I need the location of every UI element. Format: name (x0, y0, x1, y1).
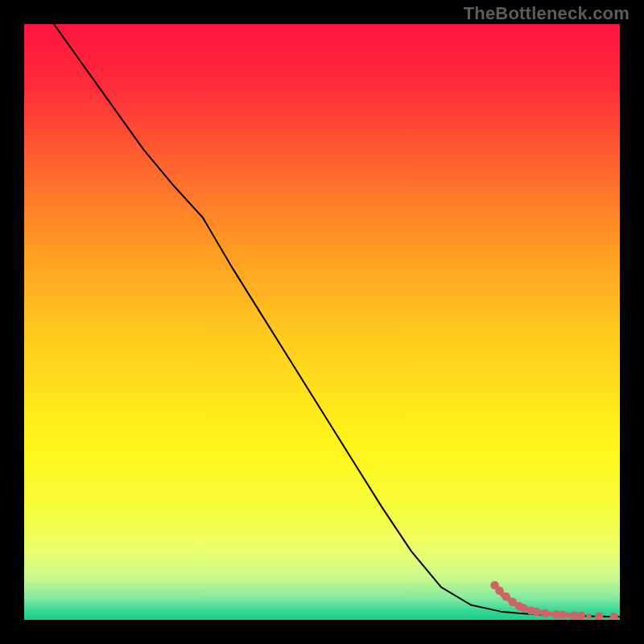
gradient-background (24, 24, 620, 620)
chart-container: TheBottleneck.com (0, 0, 644, 644)
watermark-label: TheBottleneck.com (464, 3, 630, 24)
data-point (586, 613, 591, 618)
data-point (577, 612, 586, 620)
bottleneck-chart (24, 24, 620, 620)
